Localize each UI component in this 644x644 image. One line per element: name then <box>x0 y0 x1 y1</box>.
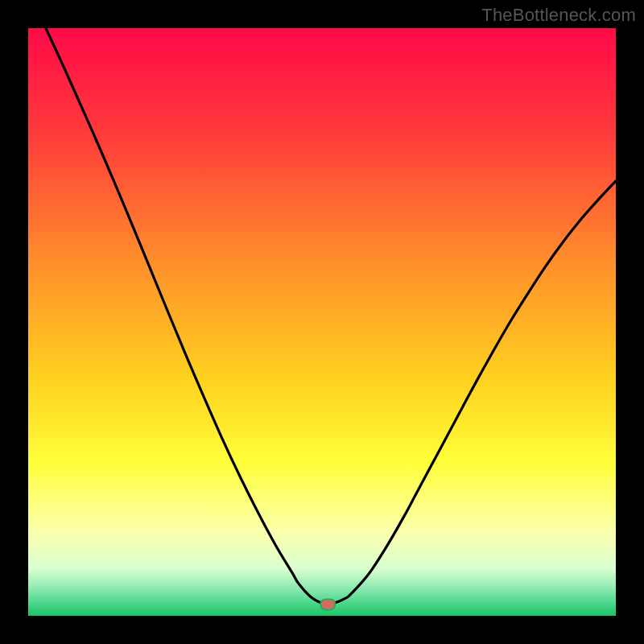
gradient-background <box>28 28 616 616</box>
min-marker <box>320 599 335 609</box>
plot-area <box>28 28 616 616</box>
watermark-text: TheBottleneck.com <box>481 5 636 26</box>
chart-svg <box>28 28 616 616</box>
chart-frame: TheBottleneck.com <box>0 0 644 644</box>
